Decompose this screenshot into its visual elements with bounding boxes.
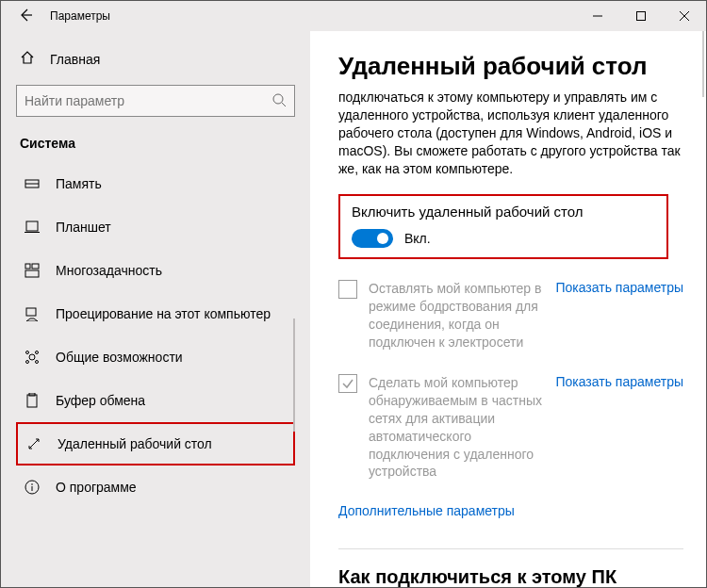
sidebar-scroll-indicator: [293, 318, 295, 432]
discoverable-checkbox[interactable]: [338, 374, 357, 393]
sidebar-item-multitask[interactable]: Многозадачность: [16, 249, 295, 292]
svg-point-17: [26, 361, 29, 364]
maximize-button[interactable]: [619, 1, 663, 31]
sidebar-item-label: Многозадачность: [56, 263, 162, 278]
svg-rect-12: [25, 270, 39, 277]
search-input[interactable]: [16, 85, 295, 117]
svg-point-16: [36, 351, 39, 354]
show-params-link[interactable]: Показать параметры: [555, 280, 683, 295]
setting-keep-awake: Оставлять мой компьютер в режиме бодрств…: [338, 280, 683, 351]
home-link[interactable]: Главная: [16, 44, 295, 85]
multitask-icon: [24, 263, 41, 278]
sidebar-item-remote-desktop[interactable]: Удаленный рабочий стол: [16, 422, 295, 466]
content-area: Удаленный рабочий стол подключаться к эт…: [310, 31, 706, 587]
back-icon[interactable]: [18, 8, 33, 25]
home-icon: [20, 50, 35, 68]
sidebar-item-label: Общие возможности: [56, 350, 183, 365]
projecting-icon: [24, 306, 41, 321]
window-title: Параметры: [50, 9, 110, 23]
svg-point-14: [29, 354, 35, 360]
svg-rect-10: [25, 264, 30, 269]
sidebar: Главная Система Память Планшет: [1, 31, 310, 587]
sidebar-item-shared[interactable]: Общие возможности: [16, 335, 295, 379]
sidebar-item-label: Буфер обмена: [56, 393, 145, 408]
sidebar-item-storage[interactable]: Память: [16, 162, 295, 205]
sidebar-item-label: Планшет: [56, 220, 111, 235]
svg-point-4: [273, 94, 283, 104]
content-scroll-indicator: [702, 31, 704, 97]
toggle-state: Вкл.: [404, 231, 431, 246]
tablet-icon: [24, 220, 41, 235]
svg-line-5: [282, 103, 286, 106]
divider: [338, 548, 683, 549]
shared-icon: [24, 350, 41, 365]
svg-point-22: [31, 483, 33, 485]
sidebar-item-label: Проецирование на этот компьютер: [56, 306, 271, 321]
svg-point-15: [26, 351, 29, 354]
info-icon: [24, 480, 41, 495]
svg-rect-11: [32, 264, 39, 269]
sidebar-item-label: Удаленный рабочий стол: [58, 436, 212, 451]
advanced-settings-link[interactable]: Дополнительные параметры: [338, 503, 683, 518]
minimize-button[interactable]: [576, 1, 619, 31]
sidebar-item-projecting[interactable]: Проецирование на этот компьютер: [16, 292, 295, 335]
keep-awake-checkbox[interactable]: [338, 280, 357, 299]
close-button[interactable]: [663, 1, 706, 31]
setting-text: Сделать мой компьютер обнаруживаемым в ч…: [369, 374, 544, 481]
sidebar-item-clipboard[interactable]: Буфер обмена: [16, 379, 295, 422]
page-title: Удаленный рабочий стол: [338, 52, 683, 81]
search-icon: [271, 92, 287, 110]
svg-rect-13: [26, 308, 36, 316]
storage-icon: [24, 176, 41, 191]
remote-desktop-toggle[interactable]: [352, 229, 393, 248]
toggle-label: Включить удаленный рабочий стол: [352, 204, 655, 220]
clipboard-icon: [24, 393, 41, 408]
connect-heading: Как подключиться к этому ПК: [338, 566, 683, 587]
sidebar-item-label: Память: [56, 176, 102, 191]
svg-rect-8: [26, 221, 38, 231]
sidebar-item-label: О программе: [56, 480, 137, 495]
section-heading: Система: [16, 136, 295, 162]
remote-desktop-icon: [25, 436, 42, 451]
page-description: подключаться к этому компьютеру и управл…: [338, 89, 683, 177]
setting-text: Оставлять мой компьютер в режиме бодрств…: [369, 280, 544, 351]
svg-point-18: [36, 361, 39, 364]
show-params-link[interactable]: Показать параметры: [555, 374, 683, 389]
titlebar: Параметры: [1, 1, 706, 31]
sidebar-item-tablet[interactable]: Планшет: [16, 205, 295, 249]
setting-discoverable: Сделать мой компьютер обнаруживаемым в ч…: [338, 374, 683, 481]
home-label: Главная: [50, 52, 100, 67]
svg-rect-9: [25, 232, 40, 233]
remote-desktop-toggle-block: Включить удаленный рабочий стол Вкл.: [338, 194, 668, 259]
svg-rect-19: [27, 395, 37, 407]
svg-rect-1: [637, 12, 646, 21]
sidebar-item-about[interactable]: О программе: [16, 466, 295, 509]
